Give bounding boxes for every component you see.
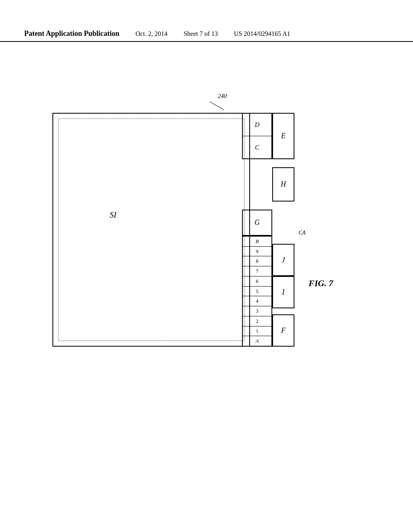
right-panel: D C E H G J B 9 8 7 6 5 4 3 2 1 A I F [242,113,294,347]
publication-date: Oct. 2, 2014 [136,30,167,37]
cell-5: 5 [243,287,271,297]
fig-label: FIG. 7 [309,278,333,289]
cell-2: 2 [243,316,271,326]
cell-6: 6 [243,276,271,287]
cell-3: 3 [243,306,271,316]
block-F: F [272,314,294,347]
cell-A: A [243,336,271,346]
block-E: E [272,113,294,159]
block-G: G [242,210,272,236]
numeric-block: B 9 8 7 6 5 4 3 2 1 A [242,236,272,347]
cell-4: 4 [243,296,271,306]
patent-title: Patent Application Publication [24,29,119,38]
block-I: I [272,276,294,308]
ref-number-240: 240 [218,93,227,100]
inner-border [58,118,244,341]
sheet-number: Sheet 7 of 13 [184,30,218,37]
block-C: C [243,136,271,158]
main-outer-box: SI [52,113,250,347]
cell-7: 7 [243,266,271,276]
cell-B: B [243,237,271,247]
cell-8: 8 [243,256,271,266]
block-J: J [272,244,294,276]
diagram-area: 240 SI D C E H G J B 9 8 7 6 5 4 3 [32,81,389,451]
ca-label: CA [298,230,306,236]
ref-240-label: 240 [214,93,227,102]
si-label: SI [110,210,117,220]
cell-9: 9 [243,247,271,257]
block-D: D [243,114,271,136]
cd-block: D C [242,113,272,159]
block-H: H [272,167,294,202]
page-header: Patent Application Publication Oct. 2, 2… [0,29,413,42]
cell-1: 1 [243,326,271,337]
patent-number: US 2014/0294165 A1 [234,30,290,37]
